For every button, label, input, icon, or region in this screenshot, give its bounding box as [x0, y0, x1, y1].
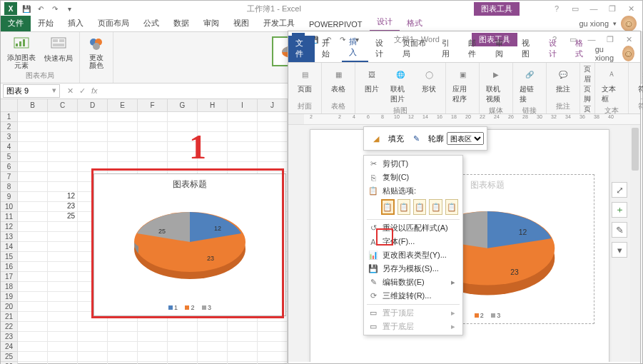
- paste-keep-source-button[interactable]: 📋: [381, 199, 395, 215]
- row-14[interactable]: 14: [1, 242, 18, 252]
- text-box-button[interactable]: Ａ文本框: [599, 64, 624, 106]
- fill-button[interactable]: ◢: [367, 130, 385, 147]
- document-area[interactable]: 图表标题 12 23 2 3 ⤢ ＋ ✎ ▾: [288, 125, 640, 362]
- row-13[interactable]: 13: [1, 232, 18, 242]
- cell-C10[interactable]: 23: [48, 202, 78, 212]
- col-D[interactable]: D: [78, 99, 108, 112]
- cell-E3[interactable]: [108, 132, 138, 142]
- ctx-copy[interactable]: ⎘复制(C): [364, 171, 462, 184]
- ctx-change-chart-type[interactable]: 📊更改图表类型(Y)...: [364, 248, 462, 262]
- cell-C9[interactable]: 12: [48, 192, 78, 202]
- cell-D1[interactable]: [78, 112, 108, 122]
- col-H[interactable]: H: [198, 99, 228, 112]
- quick-layout-button[interactable]: 快速布局: [41, 34, 76, 65]
- cell-I3[interactable]: [228, 132, 258, 142]
- cell-B21[interactable]: [18, 312, 48, 322]
- cell-C14[interactable]: [48, 242, 78, 252]
- cell-D23[interactable]: [78, 332, 108, 342]
- cell-F24[interactable]: [138, 342, 168, 352]
- close-icon[interactable]: ✕: [620, 35, 637, 44]
- cell-C15[interactable]: [48, 252, 78, 262]
- tab-chart-design[interactable]: 设计: [370, 14, 400, 31]
- ctx-3d-rotate[interactable]: ⟳三维旋转(R)...: [364, 289, 462, 303]
- row-5[interactable]: 5: [1, 152, 18, 162]
- cell-F3[interactable]: [138, 132, 168, 142]
- cell-C2[interactable]: [48, 122, 78, 132]
- cell-C17[interactable]: [48, 272, 78, 282]
- cell-B23[interactable]: [18, 332, 48, 342]
- cell-I25[interactable]: [228, 352, 258, 362]
- cell-B22[interactable]: [18, 322, 48, 332]
- cell-J1[interactable]: [258, 112, 288, 122]
- cell-C18[interactable]: [48, 282, 78, 292]
- row-1[interactable]: 1: [1, 112, 18, 122]
- cell-F25[interactable]: [138, 352, 168, 362]
- header-button[interactable]: 页眉: [584, 64, 591, 84]
- tab-mailings[interactable]: 邮件: [461, 36, 487, 62]
- cell-C12[interactable]: [48, 222, 78, 232]
- cell-D3[interactable]: [78, 132, 108, 142]
- footer-button[interactable]: 页脚: [584, 84, 591, 104]
- ribbon-collapse-icon[interactable]: ▭: [567, 4, 584, 14]
- cell-H1[interactable]: [198, 112, 228, 122]
- cell-D2[interactable]: [78, 122, 108, 132]
- tab-design[interactable]: 设计: [368, 36, 395, 62]
- cell-F23[interactable]: [138, 332, 168, 342]
- col-J[interactable]: J: [258, 99, 288, 112]
- cell-F5[interactable]: [138, 152, 168, 162]
- tab-file[interactable]: 文件: [1, 16, 31, 31]
- cell-H22[interactable]: [198, 322, 228, 332]
- cell-D4[interactable]: [78, 142, 108, 152]
- row-18[interactable]: 18: [1, 282, 18, 292]
- cell-F2[interactable]: [138, 122, 168, 132]
- row-23[interactable]: 23: [1, 332, 18, 342]
- cancel-icon[interactable]: ✕: [67, 86, 74, 96]
- cell-I5[interactable]: [228, 152, 258, 162]
- avatar-icon[interactable]: ☺: [621, 16, 637, 31]
- row-8[interactable]: 8: [1, 182, 18, 192]
- hyperlink-button[interactable]: 🔗超链接: [517, 64, 542, 106]
- cell-C6[interactable]: [48, 162, 78, 172]
- cell-I1[interactable]: [228, 112, 258, 122]
- help-icon[interactable]: ?: [548, 4, 565, 14]
- cell-B3[interactable]: [18, 132, 48, 142]
- name-box[interactable]: 图表 9▾: [3, 84, 60, 98]
- tab-developer[interactable]: 开发工具: [256, 16, 302, 31]
- paste-link-button[interactable]: 📋: [413, 199, 426, 215]
- cell-F1[interactable]: [138, 112, 168, 122]
- cell-B4[interactable]: [18, 142, 48, 152]
- cell-B13[interactable]: [18, 232, 48, 242]
- row-11[interactable]: 11: [1, 212, 18, 222]
- cell-J2[interactable]: [258, 122, 288, 132]
- cell-F4[interactable]: [138, 142, 168, 152]
- tab-view[interactable]: 视图: [226, 16, 256, 31]
- ctx-cut[interactable]: ✂剪切(T): [364, 157, 462, 171]
- row-21[interactable]: 21: [1, 312, 18, 322]
- row-9[interactable]: 9: [1, 192, 18, 202]
- tab-chart-format[interactable]: 格式: [568, 36, 594, 62]
- cell-B19[interactable]: [18, 292, 48, 302]
- row-4[interactable]: 4: [1, 142, 18, 152]
- tab-formulas[interactable]: 公式: [136, 16, 166, 31]
- cell-G25[interactable]: [168, 352, 198, 362]
- cell-C21[interactable]: [48, 312, 78, 322]
- change-colors-button[interactable]: 更改 颜色: [83, 34, 109, 71]
- cell-I4[interactable]: [228, 142, 258, 152]
- chart-elements-button[interactable]: ＋: [612, 202, 627, 218]
- cell-C1[interactable]: [48, 112, 78, 122]
- account-name[interactable]: gu xiong: [579, 19, 609, 28]
- cell-G1[interactable]: [168, 112, 198, 122]
- cell-C20[interactable]: [48, 302, 78, 312]
- paste-picture-button[interactable]: 📋: [429, 199, 442, 215]
- online-picture-button[interactable]: 🌐联机图片: [388, 64, 413, 106]
- tab-review[interactable]: 审阅: [196, 16, 226, 31]
- cell-B16[interactable]: [18, 262, 48, 272]
- cover-page-button[interactable]: ▤页面: [292, 64, 318, 96]
- cell-B12[interactable]: [18, 222, 48, 232]
- cell-D22[interactable]: [78, 322, 108, 332]
- cell-C25[interactable]: [48, 352, 78, 362]
- account-name[interactable]: gu xiong: [595, 45, 618, 62]
- close-icon[interactable]: ✕: [622, 4, 639, 14]
- cell-D25[interactable]: [78, 352, 108, 362]
- cell-C11[interactable]: 25: [48, 212, 78, 222]
